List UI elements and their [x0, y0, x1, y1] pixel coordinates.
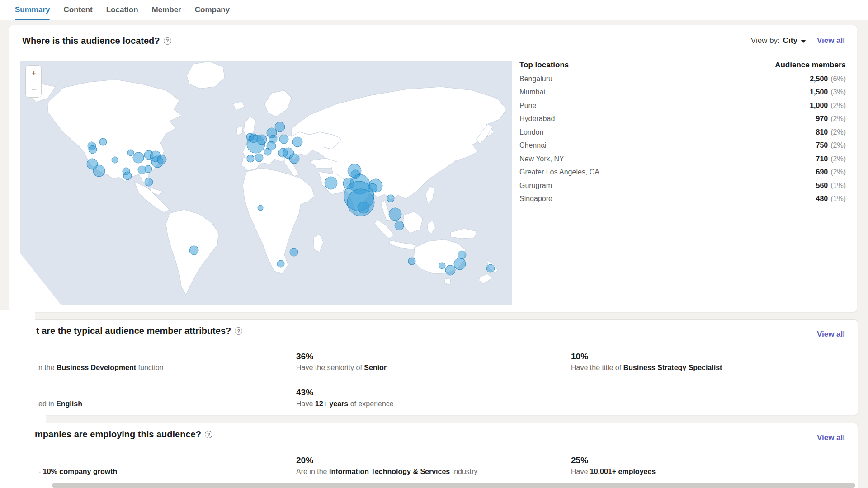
location-name: Pune [519, 102, 536, 110]
map-bubble [368, 183, 377, 192]
view-by-dropdown[interactable]: View by: City [751, 36, 806, 45]
map-bubble [289, 154, 299, 164]
attributes-card-title: t are the typical audience member attrib… [36, 326, 231, 336]
map-bubble [486, 264, 495, 272]
location-name: Greater Los Angeles, CA [519, 168, 599, 176]
map-bubble [189, 246, 198, 255]
stat-block: 10%Have the title of Business Strategy S… [571, 352, 824, 372]
table-row: Chennai750(2%) [519, 139, 846, 153]
location-name: Hyderabad [519, 115, 555, 123]
table-header-row: Top locations Audience members [519, 58, 846, 72]
stat-label: Have the title of Business Strategy Spec… [571, 364, 824, 372]
table-row: Bengaluru2,500(6%) [519, 72, 846, 86]
member-count: 560(1%) [816, 182, 846, 190]
employing-companies-card: mpanies are employing this audience? ? V… [0, 423, 858, 488]
map-bubble [99, 138, 107, 145]
tab-summary[interactable]: Summary [15, 0, 50, 20]
member-count: 1,000(2%) [810, 102, 846, 110]
map-bubble [247, 155, 254, 162]
map-bubble [123, 172, 132, 180]
stat-block: - 10% company growth [38, 455, 292, 476]
stat-percent: 25% [571, 455, 824, 467]
member-count: 970(2%) [816, 115, 846, 123]
stat-block: 36%Have the seniority of Senior [296, 352, 549, 372]
location-name: Singapore [519, 195, 552, 203]
table-row: Hyderabad970(2%) [519, 113, 846, 126]
map-bubble [145, 165, 152, 173]
location-card-title-text: Where is this audience located? [22, 36, 160, 46]
stat-block: 20%Are in the Information Technology & S… [296, 455, 549, 476]
tab-list: SummaryContentLocationMemberCompany [0, 0, 868, 20]
stat-percent: 36% [296, 352, 549, 363]
map-bubble [133, 152, 144, 163]
stat-percent [38, 388, 292, 399]
continents [20, 61, 506, 305]
map-bubble [454, 258, 466, 270]
map-bubble [89, 145, 97, 154]
help-icon[interactable]: ? [164, 37, 171, 45]
location-name: Mumbai [519, 88, 545, 96]
header-divider [45, 446, 858, 446]
left-clip-patch [0, 413, 46, 425]
header-divider [36, 344, 858, 344]
location-card-title: Where is this audience located? ? [22, 36, 171, 46]
companies-card-title: mpanies are employing this audience? [35, 429, 201, 440]
location-name: New York, NY [519, 155, 564, 163]
view-all-link-locations[interactable]: View all [817, 36, 845, 45]
map-bubble [277, 260, 284, 267]
view-by-label: View by: [751, 36, 780, 45]
location-name: Chennai [519, 141, 547, 150]
stat-label: ed in English [38, 400, 292, 408]
stat-percent [38, 455, 292, 467]
member-count: 690(2%) [816, 168, 846, 176]
table-row: London810(2%) [519, 126, 846, 139]
help-icon[interactable]: ? [205, 431, 212, 438]
world-map[interactable]: + − [20, 61, 512, 305]
member-count: 710(2%) [816, 155, 846, 163]
stat-percent: 10% [571, 352, 824, 363]
tab-member[interactable]: Member [152, 0, 181, 20]
column-header-locations: Top locations [519, 61, 569, 70]
map-bubble [358, 202, 369, 213]
map-bubble [445, 265, 455, 275]
tab-company[interactable]: Company [195, 0, 230, 20]
stat-block: n the Business Development function [38, 352, 292, 372]
horizontal-scrollbar[interactable] [52, 483, 855, 488]
map-zoom-out-button[interactable]: − [26, 81, 42, 97]
stat-block: ed in English [38, 388, 292, 408]
map-bubble [93, 165, 105, 177]
tab-content[interactable]: Content [63, 0, 92, 20]
member-count: 750(2%) [816, 141, 846, 150]
help-icon[interactable]: ? [235, 327, 242, 335]
left-clip-patch [0, 310, 35, 321]
map-bubble [279, 135, 288, 144]
table-row: Singapore480(1%) [519, 192, 846, 206]
stat-block: 43%Have 12+ years of experience [296, 388, 549, 408]
map-bubble [275, 122, 285, 132]
map-bubble [389, 208, 401, 221]
member-count: 810(2%) [816, 128, 846, 136]
map-bubble [439, 263, 445, 269]
map-bubble [157, 155, 166, 164]
view-all-link-companies[interactable]: View all [817, 433, 845, 442]
map-bubble [112, 157, 118, 163]
map-zoom-controls: + − [25, 65, 42, 98]
view-by-value: City [783, 36, 797, 45]
audience-location-card: Where is this audience located? ? View b… [9, 25, 857, 312]
table-row: New York, NY710(2%) [519, 152, 846, 166]
map-bubble [387, 195, 394, 202]
map-bubble [325, 177, 337, 189]
stat-label: Have 10,001+ employees [571, 468, 824, 476]
world-map-svg [20, 61, 512, 305]
stat-label: - 10% company growth [38, 468, 292, 476]
view-all-link-attributes[interactable]: View all [817, 330, 845, 339]
stat-percent: 20% [296, 455, 549, 467]
tab-location[interactable]: Location [106, 0, 138, 20]
stat-label: n the Business Development function [38, 364, 292, 372]
map-bubble [127, 150, 134, 156]
header-divider [9, 56, 857, 56]
column-header-members: Audience members [775, 61, 846, 70]
map-zoom-in-button[interactable]: + [26, 66, 42, 81]
top-locations-table: Top locations Audience members Bengaluru… [519, 58, 846, 206]
audience-attributes-card: t are the typical audience member attrib… [0, 319, 858, 415]
